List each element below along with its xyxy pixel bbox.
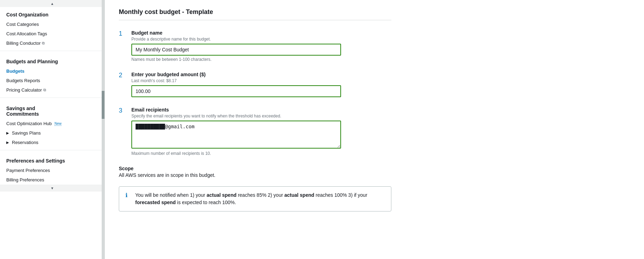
sidebar-item-cost-allocation-tags[interactable]: Cost Allocation Tags [0,29,104,38]
budgets-planning-section-title: Budgets and Planning [0,54,104,66]
email-recipients-note: Maximum number of email recipients is 10… [131,151,391,156]
sidebar-divider-2 [0,98,104,98]
scroll-down-button[interactable]: ▼ [0,185,104,192]
step-1-number: 1 [119,30,131,62]
cost-organization-section-title: Cost Organization [0,7,104,20]
step-2-number: 2 [119,72,131,97]
step-3-number: 3 [119,107,131,156]
sidebar-item-billing-preferences[interactable]: Billing Preferences [0,175,104,185]
step-1: 1 Budget name Provide a descriptive name… [119,30,391,62]
savings-commitments-section-title: Savings andCommitments [0,101,104,119]
budget-name-hint: Provide a descriptive name for this budg… [131,37,391,42]
step-3-content: Email recipients Specify the email recip… [131,107,391,156]
scroll-up-button[interactable]: ▲ [0,0,104,7]
sidebar-item-label: Budgets [6,69,24,74]
scrollbar-track [102,0,104,259]
expand-arrow-icon: ▶ [6,141,9,144]
external-link-icon: ⧉ [42,41,45,45]
email-recipients-hint: Specify the email recipients you want to… [131,114,391,118]
scrollbar-thumb[interactable] [102,91,104,119]
sidebar: ▲ Cost Organization Cost Categories Cost… [0,0,105,259]
sidebar-item-cost-optimization-hub[interactable]: Cost Optimization Hub New [0,119,104,128]
sidebar-item-label: Cost Allocation Tags [6,31,47,36]
expand-arrow-icon: ▶ [6,131,9,135]
step-3: 3 Email recipients Specify the email rec… [119,107,391,156]
sidebar-item-label: Budgets Reports [6,78,40,83]
step-1-content: Budget name Provide a descriptive name f… [131,30,391,62]
sidebar-divider-3 [0,150,104,150]
notification-info-box: ℹ You will be notified when 1) your actu… [119,186,391,211]
step-2: 2 Enter your budgeted amount ($) Last mo… [119,72,391,97]
sidebar-item-payment-preferences[interactable]: Payment Preferences [0,166,104,175]
page-title: Monthly cost budget - Template [119,8,391,16]
form-steps: 1 Budget name Provide a descriptive name… [119,30,391,166]
notification-info-text: You will be notified when 1) your actual… [135,192,385,206]
new-badge: New [55,122,61,126]
title-divider [119,20,391,20]
email-recipients-label: Email recipients [131,107,391,113]
scope-label: Scope [119,166,391,171]
sidebar-item-label: Cost Optimization Hub [6,121,52,126]
sidebar-item-label: Cost Categories [6,22,39,27]
budget-name-note: Names must be between 1-100 characters. [131,57,391,62]
sidebar-item-budgets-reports[interactable]: Budgets Reports [0,76,104,85]
budget-amount-label: Enter your budgeted amount ($) [131,72,391,77]
budget-amount-input[interactable] [131,85,341,97]
step-2-content: Enter your budgeted amount ($) Last mont… [131,72,391,97]
sidebar-item-cost-categories[interactable]: Cost Categories [0,20,104,29]
info-circle-icon: ℹ [125,192,132,199]
sidebar-divider-1 [0,51,104,51]
sidebar-item-label: Savings Plans [12,130,41,136]
sidebar-item-label: Reservations [12,140,38,145]
budget-name-input[interactable] [131,44,341,56]
scope-section: Scope All AWS services are in scope in t… [119,166,391,178]
external-link-icon: ⧉ [43,88,46,92]
scope-value: All AWS services are in scope in this bu… [119,172,391,178]
sidebar-item-label: Payment Preferences [6,168,50,173]
email-recipients-textarea[interactable]: <span class="email-prefix">██████████</s… [131,121,341,149]
preferences-section-title: Preferences and Settings [0,153,104,166]
sidebar-item-label: Billing Conductor [6,41,41,46]
budget-name-label: Budget name [131,30,391,36]
budget-amount-hint: Last month's cost: $8.17 [131,78,391,83]
sidebar-item-budgets[interactable]: Budgets [0,66,104,76]
sidebar-item-label: Billing Preferences [6,177,44,182]
sidebar-item-savings-plans[interactable]: ▶ Savings Plans [0,128,104,138]
sidebar-item-label: Pricing Calculator [6,87,42,93]
main-content: Monthly cost budget - Template 1 Budget … [105,0,644,259]
sidebar-item-pricing-calculator[interactable]: Pricing Calculator ⧉ [0,85,104,95]
sidebar-item-billing-conductor[interactable]: Billing Conductor ⧉ [0,38,104,48]
sidebar-item-reservations[interactable]: ▶ Reservations [0,138,104,147]
